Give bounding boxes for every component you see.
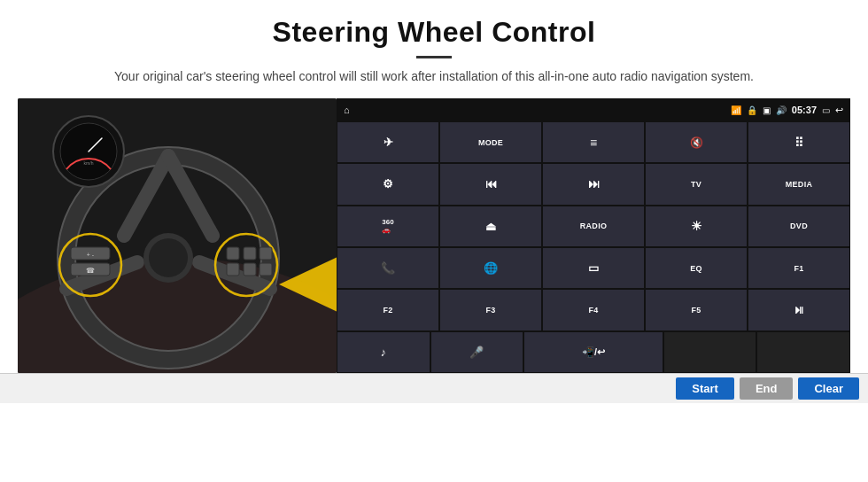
grid-row-4: 📞 🌐 ▭ EQ F1 xyxy=(337,247,850,289)
svg-rect-20 xyxy=(244,263,256,276)
btn-playpause[interactable]: ⏯ xyxy=(748,289,850,330)
svg-point-9 xyxy=(149,238,188,277)
content-area: + - ☎ km/h ⌂ xyxy=(0,98,868,373)
btn-display[interactable]: ▭ xyxy=(542,247,645,289)
btn-empty1 xyxy=(663,331,757,373)
btn-mute[interactable]: 🔇 xyxy=(645,121,748,163)
status-left: ⌂ xyxy=(344,105,350,115)
btn-empty2 xyxy=(756,331,850,373)
bottom-buttons-bar: Start End Clear xyxy=(0,373,868,403)
btn-brightness[interactable]: ☀ xyxy=(645,206,748,247)
btn-dvd[interactable]: DVD xyxy=(748,206,850,247)
svg-rect-17 xyxy=(244,247,256,260)
page-title: Steering Wheel Control Your original car… xyxy=(0,0,868,86)
btn-f4[interactable]: F4 xyxy=(542,289,645,330)
btn-search[interactable]: 🌐 xyxy=(439,247,542,289)
btn-mode[interactable]: MODE xyxy=(439,121,542,163)
btn-settings[interactable]: ⚙ xyxy=(337,163,439,205)
btn-f2[interactable]: F2 xyxy=(337,289,439,330)
grid-row-2: ⚙ ⏮ ⏭ TV MEDIA xyxy=(337,163,850,205)
btn-music[interactable]: ♪ xyxy=(337,331,430,373)
title-text: Steering Wheel Control xyxy=(0,0,868,49)
svg-rect-18 xyxy=(260,247,272,260)
btn-f1[interactable]: F1 xyxy=(748,247,850,289)
grid-row-1: ✈ MODE ≡ 🔇 ⠿ xyxy=(337,121,850,163)
btn-phone[interactable]: 📞 xyxy=(337,247,439,289)
android-ui-panel: ⌂ 📶 🔒 ▣ 🔊 05:37 ▭ ↩ ✈ MODE ≡ 🔇 ⠿ xyxy=(337,98,850,373)
screen-icon: ▭ xyxy=(822,105,830,115)
btn-360[interactable]: 360🚗 xyxy=(337,206,439,247)
grid-row-5: F2 F3 F4 F5 ⏯ xyxy=(337,289,850,330)
btn-apps[interactable]: ⠿ xyxy=(748,121,850,163)
btn-f5[interactable]: F5 xyxy=(645,289,748,330)
bluetooth-icon: 🔊 xyxy=(776,105,787,115)
btn-navigate[interactable]: ✈ xyxy=(337,121,439,163)
control-grid: ✈ MODE ≡ 🔇 ⠿ ⚙ ⏮ ⏭ TV MEDIA 360🚗 ⏏ RADIO… xyxy=(337,121,850,373)
btn-prev[interactable]: ⏮ xyxy=(439,163,542,205)
grid-row-3: 360🚗 ⏏ RADIO ☀ DVD xyxy=(337,206,850,247)
btn-mic[interactable]: 🎤 xyxy=(430,331,524,373)
btn-f3[interactable]: F3 xyxy=(439,289,542,330)
end-button[interactable]: End xyxy=(740,377,794,400)
wifi-icon: 📶 xyxy=(731,105,741,115)
btn-list[interactable]: ≡ xyxy=(542,121,645,163)
grid-row-6: ♪ 🎤 📲/↩ xyxy=(337,331,850,373)
time-display: 05:37 xyxy=(792,105,817,115)
svg-text:☎: ☎ xyxy=(86,267,95,275)
svg-text:km/h: km/h xyxy=(84,160,94,166)
steering-wheel-image: + - ☎ km/h xyxy=(18,98,337,373)
btn-next[interactable]: ⏭ xyxy=(542,163,645,205)
subtitle-text: Your original car's steering wheel contr… xyxy=(0,67,868,86)
svg-rect-16 xyxy=(227,247,239,260)
btn-tv[interactable]: TV xyxy=(645,163,748,205)
btn-media[interactable]: MEDIA xyxy=(748,163,850,205)
sim-icon: ▣ xyxy=(763,105,771,115)
btn-eject[interactable]: ⏏ xyxy=(439,206,542,247)
home-icon[interactable]: ⌂ xyxy=(344,105,350,115)
btn-radio[interactable]: RADIO xyxy=(542,206,645,247)
svg-rect-19 xyxy=(227,263,239,276)
lock-icon: 🔒 xyxy=(747,105,757,115)
svg-rect-21 xyxy=(260,263,272,276)
btn-phone-answer[interactable]: 📲/↩ xyxy=(523,331,663,373)
title-divider xyxy=(416,56,452,58)
status-bar: ⌂ 📶 🔒 ▣ 🔊 05:37 ▭ ↩ xyxy=(337,98,850,121)
clear-button[interactable]: Clear xyxy=(798,377,859,400)
back-icon[interactable]: ↩ xyxy=(835,105,843,116)
btn-eq[interactable]: EQ xyxy=(645,247,748,289)
svg-text:+ -: + - xyxy=(87,252,95,258)
start-button[interactable]: Start xyxy=(676,377,734,400)
status-right: 📶 🔒 ▣ 🔊 05:37 ▭ ↩ xyxy=(731,105,843,116)
